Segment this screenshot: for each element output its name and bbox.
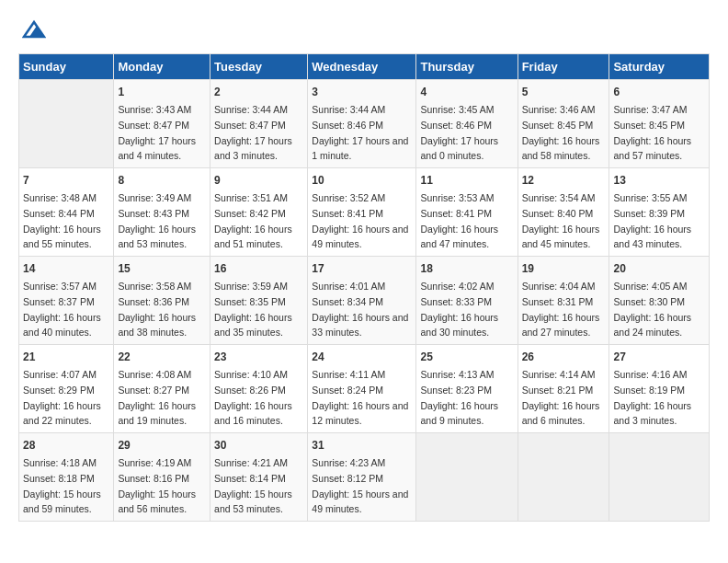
day-info: Sunrise: 3:58 AMSunset: 8:36 PMDaylight:… [118,281,196,338]
day-number: 18 [420,260,513,277]
day-number: 2 [214,84,303,100]
day-info: Sunrise: 3:45 AMSunset: 8:46 PMDaylight:… [420,104,498,161]
day-number: 26 [522,349,606,365]
calendar-cell: 7 Sunrise: 3:48 AMSunset: 8:44 PMDayligh… [19,168,114,257]
day-number: 24 [312,349,412,365]
day-number: 10 [312,172,412,189]
column-header-tuesday: Tuesday [210,54,308,80]
day-number: 31 [312,437,412,454]
calendar-cell: 6 Sunrise: 3:47 AMSunset: 8:45 PMDayligh… [609,80,710,168]
day-number: 25 [420,349,513,365]
calendar-header-row: SundayMondayTuesdayWednesdayThursdayFrid… [19,54,710,80]
calendar-cell: 15 Sunrise: 3:58 AMSunset: 8:36 PMDaylig… [114,257,210,345]
day-number: 28 [23,437,109,454]
day-number: 16 [214,260,303,277]
column-header-sunday: Sunday [19,54,114,80]
calendar-cell: 2 Sunrise: 3:44 AMSunset: 8:47 PMDayligh… [210,80,308,168]
day-info: Sunrise: 4:13 AMSunset: 8:23 PMDaylight:… [420,369,498,426]
day-number: 5 [522,84,606,100]
calendar-cell: 3 Sunrise: 3:44 AMSunset: 8:46 PMDayligh… [308,80,416,168]
day-info: Sunrise: 3:54 AMSunset: 8:40 PMDaylight:… [522,192,600,249]
calendar-cell [416,433,518,522]
calendar-cell: 10 Sunrise: 3:52 AMSunset: 8:41 PMDaylig… [308,168,416,257]
day-number: 6 [613,84,705,100]
day-info: Sunrise: 4:11 AMSunset: 8:24 PMDaylight:… [312,369,408,426]
calendar-cell: 21 Sunrise: 4:07 AMSunset: 8:29 PMDaylig… [19,345,114,433]
page-header [18,18,710,39]
day-info: Sunrise: 4:01 AMSunset: 8:34 PMDaylight:… [312,281,408,338]
column-header-friday: Friday [518,54,609,80]
day-info: Sunrise: 4:07 AMSunset: 8:29 PMDaylight:… [23,369,101,426]
calendar-cell: 11 Sunrise: 3:53 AMSunset: 8:41 PMDaylig… [416,168,518,257]
day-number: 15 [118,260,206,277]
calendar-cell: 28 Sunrise: 4:18 AMSunset: 8:18 PMDaylig… [19,433,114,522]
day-number: 22 [118,349,206,365]
calendar-cell: 4 Sunrise: 3:45 AMSunset: 8:46 PMDayligh… [416,80,518,168]
day-info: Sunrise: 4:02 AMSunset: 8:33 PMDaylight:… [420,281,498,338]
day-number: 11 [420,172,513,189]
day-info: Sunrise: 3:53 AMSunset: 8:41 PMDaylight:… [420,192,498,249]
week-row-5: 28 Sunrise: 4:18 AMSunset: 8:18 PMDaylig… [19,433,710,522]
column-header-thursday: Thursday [416,54,518,80]
calendar-cell: 5 Sunrise: 3:46 AMSunset: 8:45 PMDayligh… [518,80,609,168]
column-header-monday: Monday [114,54,210,80]
calendar-cell: 8 Sunrise: 3:49 AMSunset: 8:43 PMDayligh… [114,168,210,257]
day-info: Sunrise: 4:14 AMSunset: 8:21 PMDaylight:… [522,369,600,426]
calendar-cell: 18 Sunrise: 4:02 AMSunset: 8:33 PMDaylig… [416,257,518,345]
calendar-cell: 14 Sunrise: 3:57 AMSunset: 8:37 PMDaylig… [19,257,114,345]
calendar-cell: 12 Sunrise: 3:54 AMSunset: 8:40 PMDaylig… [518,168,609,257]
day-info: Sunrise: 4:04 AMSunset: 8:31 PMDaylight:… [522,281,600,338]
calendar-cell: 1 Sunrise: 3:43 AMSunset: 8:47 PMDayligh… [114,80,210,168]
calendar-cell: 25 Sunrise: 4:13 AMSunset: 8:23 PMDaylig… [416,345,518,433]
calendar-cell: 13 Sunrise: 3:55 AMSunset: 8:39 PMDaylig… [609,168,710,257]
day-number: 14 [23,260,109,277]
column-header-saturday: Saturday [609,54,710,80]
day-number: 30 [214,437,303,454]
logo-icon [22,18,46,39]
day-info: Sunrise: 4:10 AMSunset: 8:26 PMDaylight:… [214,369,292,426]
day-info: Sunrise: 4:18 AMSunset: 8:18 PMDaylight:… [23,457,101,514]
calendar-cell: 17 Sunrise: 4:01 AMSunset: 8:34 PMDaylig… [308,257,416,345]
calendar-cell: 20 Sunrise: 4:05 AMSunset: 8:30 PMDaylig… [609,257,710,345]
day-info: Sunrise: 3:51 AMSunset: 8:42 PMDaylight:… [214,192,292,249]
day-info: Sunrise: 3:55 AMSunset: 8:39 PMDaylight:… [613,192,691,249]
day-number: 4 [420,84,513,100]
week-row-4: 21 Sunrise: 4:07 AMSunset: 8:29 PMDaylig… [19,345,710,433]
column-header-wednesday: Wednesday [308,54,416,80]
logo [18,18,46,39]
day-info: Sunrise: 3:48 AMSunset: 8:44 PMDaylight:… [23,192,101,249]
calendar-cell: 29 Sunrise: 4:19 AMSunset: 8:16 PMDaylig… [114,433,210,522]
week-row-2: 7 Sunrise: 3:48 AMSunset: 8:44 PMDayligh… [19,168,710,257]
calendar-cell: 26 Sunrise: 4:14 AMSunset: 8:21 PMDaylig… [518,345,609,433]
calendar-cell: 22 Sunrise: 4:08 AMSunset: 8:27 PMDaylig… [114,345,210,433]
day-info: Sunrise: 4:08 AMSunset: 8:27 PMDaylight:… [118,369,196,426]
day-info: Sunrise: 3:43 AMSunset: 8:47 PMDaylight:… [118,104,196,161]
calendar-cell: 23 Sunrise: 4:10 AMSunset: 8:26 PMDaylig… [210,345,308,433]
day-info: Sunrise: 3:46 AMSunset: 8:45 PMDaylight:… [522,104,600,161]
day-number: 17 [312,260,412,277]
calendar-cell: 19 Sunrise: 4:04 AMSunset: 8:31 PMDaylig… [518,257,609,345]
day-info: Sunrise: 4:05 AMSunset: 8:30 PMDaylight:… [613,281,691,338]
day-number: 9 [214,172,303,189]
calendar-cell [518,433,609,522]
day-number: 23 [214,349,303,365]
day-info: Sunrise: 3:47 AMSunset: 8:45 PMDaylight:… [613,104,691,161]
calendar-cell [609,433,710,522]
calendar-cell: 30 Sunrise: 4:21 AMSunset: 8:14 PMDaylig… [210,433,308,522]
day-info: Sunrise: 3:49 AMSunset: 8:43 PMDaylight:… [118,192,196,249]
calendar-cell: 16 Sunrise: 3:59 AMSunset: 8:35 PMDaylig… [210,257,308,345]
day-info: Sunrise: 3:44 AMSunset: 8:47 PMDaylight:… [214,104,292,161]
day-number: 20 [613,260,705,277]
day-info: Sunrise: 3:57 AMSunset: 8:37 PMDaylight:… [23,281,101,338]
day-info: Sunrise: 3:44 AMSunset: 8:46 PMDaylight:… [312,104,408,161]
calendar-cell [19,80,114,168]
calendar-cell: 27 Sunrise: 4:16 AMSunset: 8:19 PMDaylig… [609,345,710,433]
week-row-3: 14 Sunrise: 3:57 AMSunset: 8:37 PMDaylig… [19,257,710,345]
day-number: 7 [23,172,109,189]
day-number: 13 [613,172,705,189]
week-row-1: 1 Sunrise: 3:43 AMSunset: 8:47 PMDayligh… [19,80,710,168]
day-info: Sunrise: 3:59 AMSunset: 8:35 PMDaylight:… [214,281,292,338]
day-info: Sunrise: 4:23 AMSunset: 8:12 PMDaylight:… [312,457,408,514]
calendar-table: SundayMondayTuesdayWednesdayThursdayFrid… [18,53,710,522]
day-number: 8 [118,172,206,189]
